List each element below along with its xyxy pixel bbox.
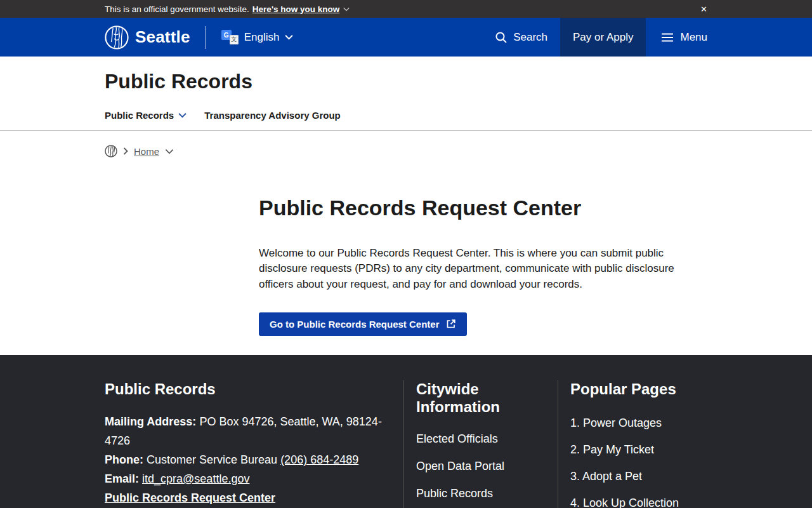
search-label: Search (513, 31, 547, 44)
page-title: Public Records (105, 70, 707, 93)
footer-citywide-title: Citywide Information (416, 380, 532, 416)
search-button[interactable]: Search (495, 31, 547, 44)
popular-link-adopt-a-pet[interactable]: 3. Adopt a Pet (570, 468, 686, 485)
citywide-link-elected-officials[interactable]: Elected Officials (416, 432, 532, 446)
language-selector[interactable]: G文 English (221, 30, 294, 44)
menu-label: Menu (680, 31, 707, 44)
section-nav: Public Records Transparency Advisory Gro… (105, 110, 707, 130)
gov-banner-text: This is an official government website. (105, 4, 249, 14)
header-divider (206, 26, 206, 49)
nav-item-label: Public Records (105, 110, 174, 121)
footer-citywide-column: Citywide Information Elected Officials O… (404, 380, 558, 508)
phone-text: Customer Service Bureau (147, 453, 277, 466)
phone-label: Phone: (105, 453, 143, 466)
citywide-link-open-data-portal[interactable]: Open Data Portal (416, 460, 532, 473)
nav-item-public-records[interactable]: Public Records (105, 110, 187, 121)
popular-link-power-outages[interactable]: 1. Power Outages (570, 415, 686, 431)
chevron-down-icon (178, 112, 187, 118)
intro-paragraph: Welcome to our Public Records Request Ce… (259, 246, 707, 292)
chevron-down-icon (343, 7, 350, 11)
nav-item-transparency-advisory-group[interactable]: Transparency Advisory Group (204, 110, 341, 121)
page-header: Public Records Public Records Transparen… (0, 57, 812, 131)
popular-link-pay-my-ticket[interactable]: 2. Pay My Ticket (570, 441, 686, 458)
menu-icon (661, 32, 674, 43)
close-icon[interactable]: ✕ (700, 5, 707, 13)
how-you-know-link[interactable]: Here's how you know (252, 4, 340, 14)
email-label: Email: (105, 472, 139, 485)
footer-contact-title: Public Records (105, 380, 383, 398)
citywide-link-public-records[interactable]: Public Records (416, 487, 532, 500)
footer-popular-title: Popular Pages (570, 380, 698, 398)
pay-or-apply-button[interactable]: Pay or Apply (560, 18, 646, 57)
main-title: Public Records Request Center (259, 196, 707, 220)
mailing-address-label: Mailing Address: (105, 415, 196, 428)
popular-link-look-up-collection-day[interactable]: 4. Look Up Collection Day (570, 495, 686, 508)
chevron-right-icon (123, 147, 128, 155)
chevron-down-icon (285, 34, 293, 40)
pay-or-apply-label: Pay or Apply (573, 31, 633, 44)
main-content: Public Records Request Center Welcome to… (105, 171, 707, 355)
go-to-request-center-button[interactable]: Go to Public Records Request Center (259, 312, 467, 336)
breadcrumb-logo-icon[interactable] (105, 145, 117, 157)
brand-wordmark: Seattle (135, 27, 190, 47)
phone-link[interactable]: (206) 684-2489 (280, 453, 358, 466)
search-icon (495, 31, 508, 44)
cta-label: Go to Public Records Request Center (270, 319, 440, 330)
site-footer: Public Records Mailing Address: PO Box 9… (0, 355, 812, 508)
language-label: English (244, 31, 280, 44)
seattle-home-link[interactable]: Seattle (105, 25, 190, 50)
footer-contact-column: Public Records Mailing Address: PO Box 9… (105, 380, 404, 508)
breadcrumb-home-link[interactable]: Home (134, 146, 159, 157)
translate-icon: G文 (221, 30, 239, 44)
nav-item-label: Transparency Advisory Group (204, 110, 341, 121)
chevron-down-icon[interactable] (165, 149, 174, 154)
request-center-link[interactable]: Public Records Request Center (105, 491, 275, 504)
seattle-logo-icon (105, 25, 129, 50)
footer-popular-column: Popular Pages 1. Power Outages 2. Pay My… (558, 380, 698, 508)
external-link-icon (446, 319, 456, 329)
gov-banner: This is an official government website. … (0, 0, 812, 18)
site-header: Seattle G文 English Search Pay or Apply (0, 18, 812, 57)
breadcrumb: Home (0, 131, 812, 171)
menu-button[interactable]: Menu (661, 31, 707, 44)
email-link[interactable]: itd_cpra@seattle.gov (142, 472, 249, 485)
